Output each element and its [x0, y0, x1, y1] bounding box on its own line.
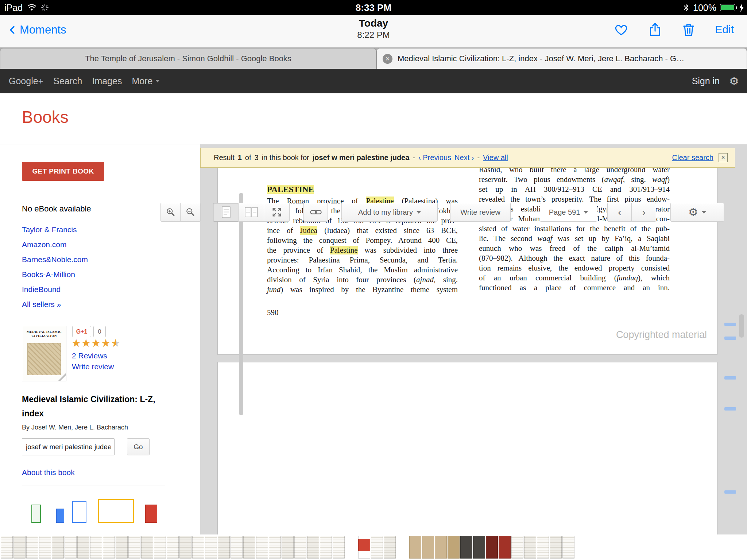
search-result-marker[interactable] [724, 323, 736, 326]
write-review-link[interactable]: Write review [72, 362, 114, 371]
gnav-item-more[interactable]: More [132, 76, 160, 86]
seller-link-5[interactable]: All sellers » [22, 300, 61, 309]
filmstrip-thumbnail[interactable] [103, 536, 115, 559]
filmstrip-thumbnail[interactable] [90, 536, 102, 559]
filmstrip-thumbnail[interactable] [128, 536, 140, 559]
filmstrip-thumbnail[interactable] [422, 536, 434, 559]
zoom-in-button[interactable] [160, 203, 181, 222]
filmstrip-thumbnail[interactable] [524, 536, 536, 559]
filmstrip-thumbnail[interactable] [448, 536, 460, 559]
fullscreen-view-button[interactable] [264, 203, 290, 222]
filmstrip-thumbnail[interactable] [269, 536, 281, 559]
filmstrip-thumbnail[interactable] [65, 536, 77, 559]
next-result-link[interactable]: Next › [454, 153, 474, 162]
google-plus-one-button[interactable]: G+1 [72, 326, 91, 337]
edition-thumbnail-blue-outline[interactable] [72, 501, 86, 523]
books-logo[interactable]: Books [22, 107, 69, 127]
add-to-library-button[interactable]: Add to my library [341, 203, 438, 222]
filmstrip-thumbnail[interactable] [473, 536, 485, 559]
filmstrip-thumbnail[interactable] [562, 536, 574, 559]
viewer-settings-button[interactable]: ⚙ [670, 203, 724, 222]
filmstrip-thumbnail[interactable] [550, 536, 562, 559]
filmstrip-thumbnail[interactable] [116, 536, 128, 559]
edition-thumbnail-green[interactable] [31, 505, 41, 523]
page-select-dropdown[interactable]: Page 591 [540, 203, 597, 222]
go-button[interactable]: Go [127, 438, 150, 455]
filmstrip-thumbnail[interactable] [167, 536, 179, 559]
search-result-marker[interactable] [724, 490, 736, 494]
search-result-marker[interactable] [724, 407, 736, 411]
gnav-item-search[interactable]: Search [53, 76, 82, 86]
get-print-book-button[interactable]: GET PRINT BOOK [22, 162, 104, 181]
filmstrip-thumbnail[interactable] [192, 536, 204, 559]
about-this-book-link[interactable]: About this book [22, 468, 75, 477]
edition-thumbnail-yellow[interactable] [98, 499, 134, 523]
view-all-link[interactable]: View all [483, 153, 508, 162]
filmstrip-thumbnail[interactable] [154, 536, 166, 559]
gnav-item-images[interactable]: Images [92, 76, 122, 86]
filmstrip-thumbnail[interactable] [243, 536, 255, 559]
edition-thumbnail-red[interactable] [145, 505, 157, 523]
filmstrip-thumbnail[interactable] [511, 536, 523, 559]
seller-link-1[interactable]: Amazon.com [22, 240, 67, 249]
seller-link-3[interactable]: Books-A-Million [22, 270, 75, 279]
filmstrip-thumbnail[interactable] [294, 536, 306, 559]
filmstrip-thumbnail[interactable] [39, 536, 51, 559]
filmstrip-thumbnail[interactable] [26, 536, 38, 559]
previous-result-link[interactable]: ‹ Previous [418, 153, 451, 162]
link-button[interactable] [303, 203, 328, 222]
filmstrip-thumbnail[interactable] [52, 536, 64, 559]
book-cover-thumbnail[interactable]: MEDIEVAL ISLAMIC CIVILIZATION [22, 326, 66, 381]
in-book-search-input[interactable] [22, 438, 115, 455]
previous-page-button[interactable]: ‹ [607, 203, 632, 222]
close-search-icon[interactable]: × [719, 153, 728, 162]
gnav-item-google[interactable]: Google+ [9, 76, 43, 86]
filmstrip-thumbnail[interactable] [537, 536, 549, 559]
write-review-button[interactable]: Write review [450, 203, 511, 222]
filmstrip-thumbnail[interactable] [371, 536, 383, 559]
filmstrip-thumbnail[interactable] [499, 536, 511, 559]
single-page-view-button[interactable] [213, 203, 239, 222]
filmstrip-thumbnail[interactable] [333, 536, 345, 559]
sidebar-scrollbar[interactable] [239, 193, 243, 415]
tab-medieval-islamic-civilization[interactable]: × Medieval Islamic Civilization: L-Z, in… [376, 48, 747, 69]
seller-link-2[interactable]: Barnes&Noble.com [22, 255, 88, 264]
two-page-view-button[interactable] [238, 203, 264, 222]
tab-temple-of-jerusalem[interactable]: The Temple of Jerusalem - Simon Goldhill… [0, 48, 376, 69]
filmstrip-thumbnail[interactable] [435, 536, 447, 559]
filmstrip-thumbnail[interactable] [409, 536, 421, 559]
clear-search-link[interactable]: Clear search [672, 153, 713, 162]
zoom-out-button[interactable] [180, 203, 201, 222]
filmstrip-thumbnail[interactable] [77, 536, 89, 559]
search-result-marker[interactable] [724, 337, 736, 340]
star-rating[interactable]: ★★★★★ ★★★★★ [71, 337, 121, 349]
filmstrip-thumbnail[interactable] [1, 536, 13, 559]
filmstrip-thumbnail[interactable] [358, 536, 370, 559]
edition-thumbnail-blue[interactable] [56, 509, 64, 523]
filmstrip-thumbnail[interactable] [141, 536, 153, 559]
settings-gear-icon[interactable]: ⚙ [729, 76, 739, 87]
filmstrip-thumbnail[interactable] [384, 536, 396, 559]
trash-icon[interactable] [681, 22, 696, 37]
filmstrip-thumbnail[interactable] [13, 536, 26, 559]
filmstrip-thumbnail[interactable] [218, 536, 230, 559]
filmstrip-thumbnail[interactable] [179, 536, 191, 559]
viewer-scrollbar[interactable] [739, 314, 744, 338]
seller-link-0[interactable]: Taylor & Francis [22, 225, 77, 234]
filmstrip-thumbnail[interactable] [231, 536, 243, 559]
filmstrip-thumbnail[interactable] [307, 536, 319, 559]
seller-link-4[interactable]: IndieBound [22, 285, 61, 294]
reviews-link[interactable]: 2 Reviews [72, 351, 107, 360]
sign-in-link[interactable]: Sign in [692, 76, 720, 86]
filmstrip-thumbnail[interactable] [205, 536, 217, 559]
share-icon[interactable] [648, 22, 662, 37]
filmstrip-thumbnail[interactable] [320, 536, 332, 559]
filmstrip-thumbnail[interactable] [256, 536, 268, 559]
close-tab-icon[interactable]: × [383, 54, 392, 64]
filmstrip-thumbnail[interactable] [460, 536, 472, 559]
favorite-heart-icon[interactable] [614, 22, 629, 37]
filmstrip-thumbnail[interactable] [486, 536, 498, 559]
next-page-button[interactable]: › [631, 203, 656, 222]
search-result-marker[interactable] [724, 376, 736, 380]
filmstrip-thumbnail[interactable] [282, 536, 294, 559]
